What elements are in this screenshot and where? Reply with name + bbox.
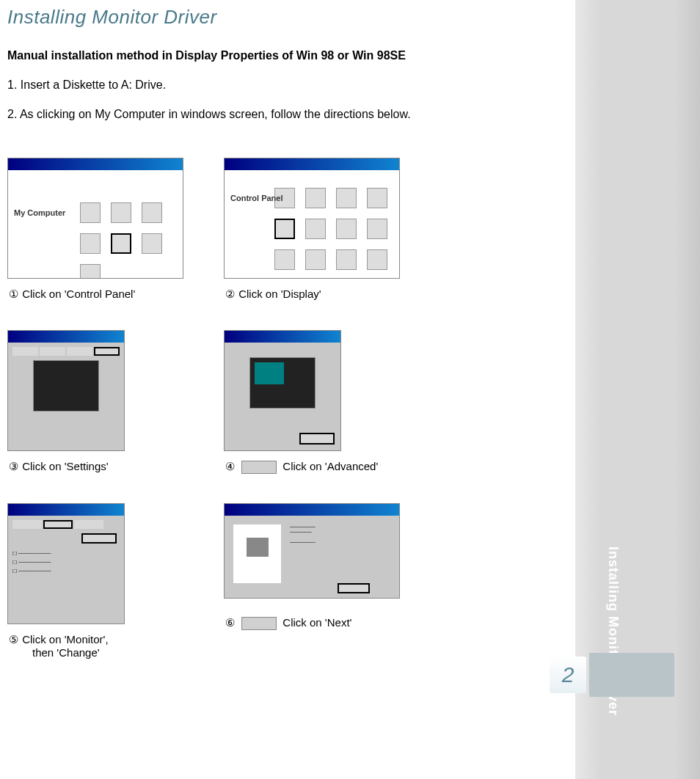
change-button-highlight [81,533,117,544]
tab-item [12,520,42,529]
screenshot-2-col: Control Panel [224,158,415,301]
cp-item-icon [274,249,295,270]
tab-item [74,520,103,529]
window-body [8,343,124,450]
caption-2-num: ② [224,288,236,301]
screenshot-wizard: ──────────────────── [224,503,400,599]
row-1: My Computer ① Click [7,158,572,301]
drive-icon [80,202,101,223]
step-2: 2. As clicking on My Computer in windows… [7,108,572,121]
caption-2: ② Click on 'Display' [224,288,415,301]
cp-item-icon [336,219,357,239]
screenshot-3-col: ③ Click on 'Settings' [7,330,198,474]
caption-2-text: Click on 'Display' [238,288,321,300]
window-titlebar [8,504,124,516]
page-title: Installing Monitor Driver [7,6,572,29]
wizard-graphic [233,524,281,583]
screenshot-grid: My Computer ① Click [7,158,572,659]
caption-6-num: ⑥ [224,616,236,629]
window-body: ☐ ───────── ☐ ───────── ☐ ───────── [8,516,124,623]
window-body [225,343,340,450]
caption-5-line1: Click on 'Monitor', [22,633,108,645]
dialup-icon [142,233,162,254]
caption-3: ③ Click on 'Settings' [7,460,198,473]
sched-icon [80,264,101,279]
caption-5: ⑤ Click on 'Monitor', then 'Change' [7,633,198,659]
step-1: 1. Insert a Diskette to A: Drive. [7,78,572,92]
tab-item [40,347,65,356]
window-body: My Computer [8,170,183,278]
sidebar: Installing Moniter Driver [575,0,700,779]
desktop-preview [255,362,284,384]
caption-1-text: Click on 'Control Panel' [22,288,135,300]
caption-5-num: ⑤ [7,633,19,646]
screenshot-4-col: ④ Click on 'Advanced' [224,330,415,474]
caption-1-num: ① [7,288,19,301]
checkbox-line: ☐ ───────── [12,560,120,566]
wizard-text: ──────────────────── [285,520,395,593]
next-button-inline [241,617,277,630]
cp-item-icon [367,219,387,239]
screenshot-display-props [7,330,125,451]
caption-4-text: Click on 'Advanced' [282,460,378,472]
drive-icon [111,202,131,223]
cp-item-icon [305,219,326,239]
screenshot-1-col: My Computer ① Click [7,158,198,301]
screenshot-6-col: ──────────────────── ⑥ Click on 'Next' [224,503,415,659]
subtitle: Manual installation method in Display Pr… [7,49,572,62]
screenshot-settings-tab [224,330,341,451]
window-body: ──────────────────── [225,516,399,598]
window-titlebar [8,158,183,170]
caption-5-line2: then 'Change' [32,646,100,659]
screenshot-monitor-tab: ☐ ───────── ☐ ───────── ☐ ───────── [7,503,125,624]
caption-6-text: Click on 'Next' [282,616,351,629]
caption-6: ⑥ Click on 'Next' [224,616,415,630]
cp-item-icon [305,249,326,270]
window-body: Control Panel [225,170,399,278]
control-panel-icon [111,233,131,254]
screenshot-5-col: ☐ ───────── ☐ ───────── ☐ ───────── ⑤ Cl… [7,503,198,659]
sidebar-accent [589,653,674,697]
monitor-preview [249,357,316,409]
cp-item-icon [367,188,387,208]
monitor-preview [33,360,99,412]
cp-item-icon [305,188,326,208]
window-titlebar [225,158,399,170]
window-titlebar [225,331,340,343]
caption-3-num: ③ [7,460,19,473]
control-panel-label: Control Panel [230,194,283,202]
tab-item [12,347,38,356]
display-icon [274,219,295,239]
window-titlebar [8,331,124,343]
my-computer-label: My Computer [14,208,65,217]
screenshot-control-panel: Control Panel [224,158,400,279]
caption-1: ① Click on 'Control Panel' [7,288,198,301]
row-3: ☐ ───────── ☐ ───────── ☐ ───────── ⑤ Cl… [7,503,572,659]
checkbox-line: ☐ ───────── [12,568,120,574]
advanced-button-highlight [299,433,335,445]
drive-icon [142,202,162,223]
advanced-button-inline [241,461,277,474]
row-2: ③ Click on 'Settings' ④ [7,330,572,474]
window-titlebar [225,504,399,516]
settings-tab [94,347,120,356]
printers-icon [80,233,101,254]
tab-item [67,347,92,356]
monitor-tab [43,520,73,529]
caption-3-text: Click on 'Settings' [22,460,108,472]
chapter-number: 2 [550,657,586,693]
caption-4: ④ Click on 'Advanced' [224,460,415,474]
computer-icon [247,538,269,557]
screenshot-my-computer: My Computer [7,158,183,279]
caption-4-num: ④ [224,460,236,473]
cp-item-icon [367,249,387,270]
next-button-highlight [338,583,370,593]
cp-item-icon [336,188,357,208]
cp-item-icon [336,249,357,270]
checkbox-line: ☐ ───────── [12,551,120,557]
